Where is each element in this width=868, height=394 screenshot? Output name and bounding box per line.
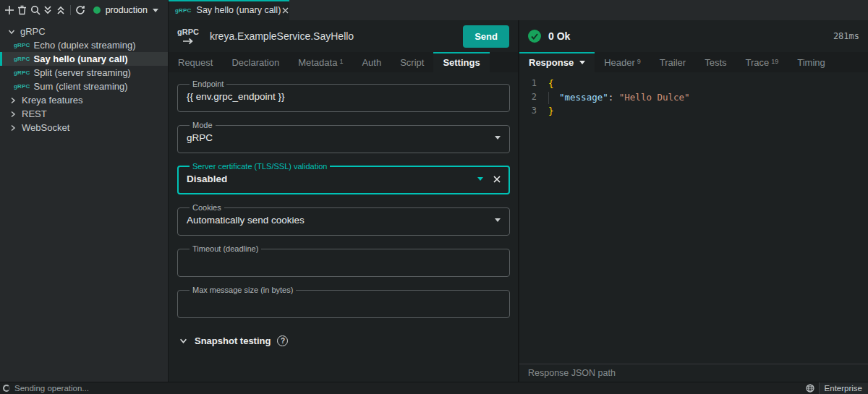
document-tabstrip: gRPC Say hello (unary call) xyxy=(169,0,868,20)
json-value: "Hello Dulce" xyxy=(619,92,690,103)
timeout-field[interactable]: Timeout (deadline) xyxy=(177,244,510,277)
environment-selector[interactable]: production xyxy=(88,0,164,20)
line-number: 1 xyxy=(519,77,548,90)
chevron-down-icon xyxy=(495,136,501,140)
response-duration: 281ms xyxy=(833,31,859,41)
settings-form: Endpoint {{ env.grpc_endpoint }} Mode gR… xyxy=(169,72,518,382)
tab-trailer[interactable]: Trailer xyxy=(650,52,695,72)
tree-folder-label: REST xyxy=(22,108,47,119)
cookies-select[interactable]: Cookies Automatically send cookies xyxy=(177,203,510,236)
clear-icon[interactable] xyxy=(493,176,501,183)
tab-metadata[interactable]: Metadata1 xyxy=(289,52,352,72)
certificate-validation-select[interactable]: Server certificate (TLS/SSL) validation … xyxy=(177,162,510,194)
tab-auth[interactable]: Auth xyxy=(352,52,391,72)
response-panel: 0 Ok 281ms Response Header9 Trailer Test… xyxy=(518,20,868,382)
grpc-method-badge: gRPC xyxy=(14,56,30,62)
main-area: production gRPC gRPC Echo (duplex stream… xyxy=(0,0,868,382)
request-header: gRPC kreya.ExampleService.SayHello Send xyxy=(169,20,518,52)
tree-item-label: Sum (client streaming) xyxy=(34,81,128,92)
grpc-method-badge: gRPC xyxy=(14,42,30,48)
tree-item-label: Split (server streaming) xyxy=(34,67,131,78)
timeout-label: Timeout (deadline) xyxy=(190,244,261,253)
tab-title: Say hello (unary call) xyxy=(197,5,281,15)
grpc-method-badge: gRPC xyxy=(14,83,30,90)
tree-item-sum[interactable]: gRPC Sum (client streaming) xyxy=(0,80,168,93)
spinner-icon xyxy=(3,385,10,392)
chevron-down-icon xyxy=(8,28,15,35)
refresh-icon[interactable] xyxy=(75,2,87,18)
chevron-down-icon xyxy=(153,9,158,12)
code-line: 2 "message": "Hello Dulce" xyxy=(519,90,868,104)
tree-item-label: Say hello (unary call) xyxy=(34,53,128,64)
chevron-right-icon xyxy=(9,97,17,104)
status-bar-right: Enterprise xyxy=(801,382,868,394)
workspace: gRPC Say hello (unary call) gRPC k xyxy=(169,0,868,382)
add-icon[interactable] xyxy=(4,2,16,18)
help-icon[interactable]: ? xyxy=(277,335,288,346)
response-json-path-input[interactable] xyxy=(528,368,859,378)
sidebar: production gRPC gRPC Echo (duplex stream… xyxy=(0,0,169,382)
chevron-right-icon xyxy=(9,111,17,118)
delete-icon[interactable] xyxy=(17,2,29,18)
cookies-value: Automatically send cookies xyxy=(187,215,305,226)
status-message: Sending operation... xyxy=(14,384,89,393)
mode-value: gRPC xyxy=(187,132,213,143)
tab-request[interactable]: Request xyxy=(169,52,222,72)
close-icon[interactable] xyxy=(281,6,290,15)
indent-guide xyxy=(548,92,559,104)
tab-script[interactable]: Script xyxy=(391,52,433,72)
chevron-down-icon xyxy=(579,61,585,64)
chevron-right-icon xyxy=(9,124,17,132)
endpoint-label: Endpoint xyxy=(190,80,226,88)
environment-status-dot xyxy=(93,7,101,14)
endpoint-field[interactable]: Endpoint {{ env.grpc_endpoint }} xyxy=(177,80,510,112)
tree-item-echo[interactable]: gRPC Echo (duplex streaming) xyxy=(0,38,168,52)
cookies-label: Cookies xyxy=(190,203,224,212)
tab-trace[interactable]: Trace19 xyxy=(736,52,788,72)
tree-folder-websocket[interactable]: WebSocket xyxy=(0,121,168,134)
tree-folder-rest[interactable]: REST xyxy=(0,107,168,121)
endpoint-value: {{ env.grpc_endpoint }} xyxy=(187,91,285,102)
tree-item-say-hello[interactable]: gRPC Say hello (unary call) xyxy=(0,52,168,66)
send-button[interactable]: Send xyxy=(463,25,509,48)
snapshot-testing-label: Snapshot testing xyxy=(195,335,271,346)
close-brace: } xyxy=(548,106,554,116)
certificate-validation-label: Server certificate (TLS/SSL) validation xyxy=(190,162,330,171)
code-line: 1 { xyxy=(519,77,868,90)
grpc-method-badge: gRPC xyxy=(175,7,192,14)
operations-tree: gRPC gRPC Echo (duplex streaming) gRPC S… xyxy=(0,20,168,134)
collapse-all-icon[interactable] xyxy=(42,2,54,18)
tab-response[interactable]: Response xyxy=(519,52,595,72)
expand-all-icon[interactable] xyxy=(55,2,67,18)
tree-item-label: Echo (duplex streaming) xyxy=(34,40,136,51)
snapshot-testing-toggle[interactable]: Snapshot testing ? xyxy=(177,335,510,346)
chevron-down-icon xyxy=(495,218,501,222)
globe-icon[interactable] xyxy=(801,384,819,393)
tab-say-hello[interactable]: gRPC Say hello (unary call) xyxy=(169,0,289,20)
tab-settings[interactable]: Settings xyxy=(433,52,489,72)
response-tabs: Response Header9 Trailer Tests Trace19 T… xyxy=(519,52,868,72)
mode-select[interactable]: Mode gRPC xyxy=(177,121,510,153)
trace-count: 19 xyxy=(771,58,778,65)
tree-folder-kreya-features[interactable]: Kreya features xyxy=(0,93,168,107)
kreya-window: production gRPC gRPC Echo (duplex stream… xyxy=(0,0,868,394)
sidebar-toolbar: production xyxy=(0,0,168,20)
response-body-editor[interactable]: 1 { 2 "message": "Hello Dulce" 3 } xyxy=(519,72,868,364)
tree-folder-label: WebSocket xyxy=(22,122,69,133)
tab-tests[interactable]: Tests xyxy=(695,52,736,72)
code-line: 3 } xyxy=(519,104,868,118)
tab-header[interactable]: Header9 xyxy=(595,52,650,72)
request-tabs: Request Declaration Metadata1 Auth Scrip… xyxy=(169,52,518,72)
tree-item-split[interactable]: gRPC Split (server streaming) xyxy=(0,66,168,80)
tab-timing[interactable]: Timing xyxy=(788,52,835,72)
tab-declaration[interactable]: Declaration xyxy=(222,52,289,72)
json-path-bar xyxy=(519,364,868,382)
status-ok-icon xyxy=(528,30,541,43)
chevron-down-icon xyxy=(179,337,187,345)
search-icon[interactable] xyxy=(29,2,41,18)
license-badge[interactable]: Enterprise xyxy=(819,382,868,394)
toolbar-divider xyxy=(70,5,71,15)
max-message-size-field[interactable]: Max message size (in bytes) xyxy=(177,286,510,318)
tree-folder-grpc[interactable]: gRPC xyxy=(0,25,168,38)
line-number: 2 xyxy=(519,90,548,104)
